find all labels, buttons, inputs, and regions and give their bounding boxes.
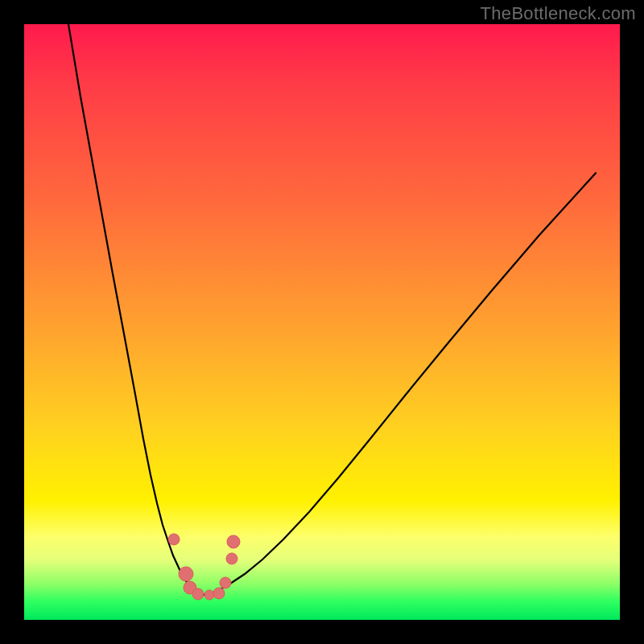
chart-frame: TheBottleneck.com — [0, 0, 644, 644]
data-point — [179, 567, 193, 581]
curves-layer — [24, 24, 620, 620]
data-point — [227, 535, 240, 548]
data-point — [213, 588, 225, 599]
data-point — [204, 590, 214, 600]
data-point — [220, 577, 231, 588]
data-point — [226, 553, 237, 564]
watermark-text: TheBottleneck.com — [481, 3, 636, 24]
right-curve — [204, 173, 596, 595]
data-point — [168, 534, 180, 545]
left-curve — [64, 24, 204, 595]
plot-area — [24, 24, 620, 620]
data-point — [192, 588, 204, 600]
